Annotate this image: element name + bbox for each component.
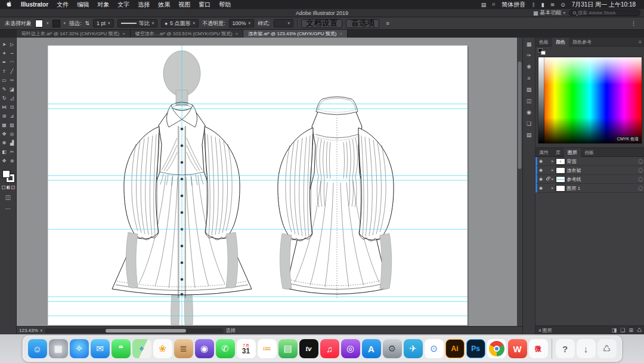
fill-stroke-widget[interactable] [2,170,14,182]
horizontal-scrollbar[interactable] [45,328,224,333]
layer-name[interactable]: 连衣裙 [567,167,581,174]
stroke-chevron-icon[interactable]: ▾ [64,21,66,26]
none-mode-button[interactable] [11,186,15,189]
graphic-styles-panel-icon[interactable]: ❏ [527,121,531,127]
doc-tab-3-active[interactable]: 连衣裙.ai* @ 123.43% (CMYK/GPU 预览)× [243,30,348,38]
screen-mirroring-icon[interactable]: ▤ [478,2,490,8]
scale-tool[interactable]: ◿ [8,94,16,103]
symbols-panel-icon[interactable]: ❋ [527,64,531,70]
dock-facetime[interactable]: ✆ [216,339,235,358]
menu-help[interactable]: 帮助 [215,1,235,9]
dock-apple-tv[interactable]: tv [299,339,318,358]
dock-chrome[interactable] [487,339,506,358]
align-options-icon[interactable]: ≡ [383,20,392,26]
dock-photos[interactable]: ❀ [153,339,172,358]
bluetooth-icon[interactable]: ᛒ [529,2,538,8]
symbol-sprayer-tool[interactable]: ❋ [1,139,8,147]
rectangle-tool[interactable]: ▭ [1,76,8,85]
lock-icon[interactable] [546,178,550,180]
width-profile-dropdown[interactable]: 等比▾ [117,19,158,27]
menu-window[interactable]: 窗口 [194,1,215,9]
type-tool[interactable]: T [1,67,8,76]
layer-name[interactable]: 图层 1 [567,185,581,192]
fill-color-chip[interactable] [35,20,43,27]
delete-layer-icon[interactable]: ♺ [637,327,642,333]
layer-row-back[interactable]: ◉ ▸ 背面 ◯ [535,157,644,166]
keyboard-icon[interactable]: ⌗ [489,1,498,8]
menu-object[interactable]: 对象 [93,1,113,9]
layer-row-dress[interactable]: ◉ ▸ 连衣裙 ◯ [535,166,644,175]
stroke-weight-dropdown[interactable]: 1 pt▾ [93,19,114,27]
expand-arrow-icon[interactable]: ▸ [552,168,554,173]
stroke-stepper-icon[interactable]: ⇅ [85,20,90,26]
search-input[interactable] [578,10,636,16]
menubar-clock[interactable]: 7月31日 周一 上午10:18 [568,1,639,9]
free-transform-tool[interactable]: ⊡ [8,103,16,112]
expand-arrow-icon[interactable]: ▸ [552,177,554,182]
menu-view[interactable]: 视图 [174,1,194,9]
perspective-grid-tool[interactable]: ⊿ [8,112,16,121]
dock-notes[interactable]: ≣ [174,339,193,358]
stroke-color-chip[interactable] [52,20,60,27]
dock-telegram[interactable]: ✈ [404,339,423,358]
fill-chevron-icon[interactable]: ▾ [47,21,49,26]
visibility-eye-icon[interactable]: ◉ [539,168,544,173]
stroke-panel-icon[interactable]: ≡ [527,75,530,81]
dock-numbers[interactable]: ▤ [278,339,298,358]
menu-edit[interactable]: 编辑 [73,1,93,9]
layer-target-icon[interactable]: ◯ [638,159,643,164]
mesh-tool[interactable]: ▦ [1,121,8,130]
dock-reminders[interactable]: ≔ [258,339,277,358]
direct-selection-tool[interactable]: ▷ [8,40,16,49]
rotate-tool[interactable]: ↻ [1,94,8,103]
dock-system-preferences[interactable]: ⚙ [383,339,402,358]
menu-file[interactable]: 文件 [52,1,73,9]
layer-target-icon[interactable]: ◯ [638,186,643,190]
panel-menu-icon[interactable]: ≡ [639,39,644,45]
horizontal-scrollbar-thumb[interactable] [106,329,186,333]
pen-tool[interactable]: ✒ [1,58,8,67]
drawing-modes-icon[interactable]: ◫ [5,194,11,201]
layer-row-layer1[interactable]: ◉ ▸ 图层 1 ◯ [535,184,644,193]
dock-maps[interactable]: ⌖ [132,339,151,358]
magic-wand-tool[interactable]: ✦ [1,49,8,58]
gradient-panel-icon[interactable]: ▨ [527,87,532,93]
tab-swatches[interactable]: 色板 [535,38,552,47]
eraser-tool[interactable]: ◪ [8,85,16,94]
artboard[interactable] [48,45,467,325]
appearance-panel-icon[interactable]: ◉ [527,109,531,115]
transparency-panel-icon[interactable]: ◫ [527,98,532,104]
style-dropdown[interactable]: ▾ [274,19,294,27]
wifi-icon[interactable]: ≋ [547,2,558,8]
close-icon[interactable]: × [236,31,239,36]
opacity-dropdown[interactable]: 100%▾ [229,19,255,27]
tab-color-guide[interactable]: 颜色参考 [569,38,595,47]
dock-help[interactable]: ? [556,339,575,358]
zoom-chevron-icon[interactable]: ▾ [41,328,43,333]
screen-mode-icon[interactable]: ⋯ [5,205,11,212]
make-mask-icon[interactable]: ◨ [612,327,617,333]
close-icon[interactable]: × [339,31,342,36]
dock-messages[interactable]: ❝ [112,339,131,358]
zoom-level[interactable]: 123.43% [19,328,38,333]
visibility-eye-icon[interactable]: ◉ [539,177,544,182]
dock-podcasts[interactable]: ◎ [341,339,360,358]
stock-search-box[interactable] [569,10,640,16]
curvature-tool[interactable]: ◠ [8,58,16,67]
spotlight-icon[interactable]: ⊙ [558,2,568,8]
zoom-tool[interactable]: ⊕ [8,156,16,165]
visibility-eye-icon[interactable]: ◉ [539,159,544,164]
brushes-panel-icon[interactable]: ✑ [527,53,531,59]
fg-bg-color-chips[interactable] [538,48,546,56]
vertical-scrollbar-thumb[interactable] [518,61,522,169]
visibility-eye-icon[interactable]: ◉ [539,186,544,190]
new-sublayer-icon[interactable]: ❏ [620,327,625,333]
dock-calendar[interactable]: 7月 31 [237,339,256,358]
width-tool[interactable]: ⋈ [1,103,8,112]
battery-icon[interactable]: ▮ [538,2,547,8]
dock-finder[interactable]: ☺ [28,339,47,358]
slice-tool[interactable]: ✂ [8,147,16,156]
dock-launchpad[interactable]: ▦ [49,339,68,358]
tab-color[interactable]: 颜色 [552,38,569,47]
dock-safari[interactable]: ✧ [70,339,89,358]
